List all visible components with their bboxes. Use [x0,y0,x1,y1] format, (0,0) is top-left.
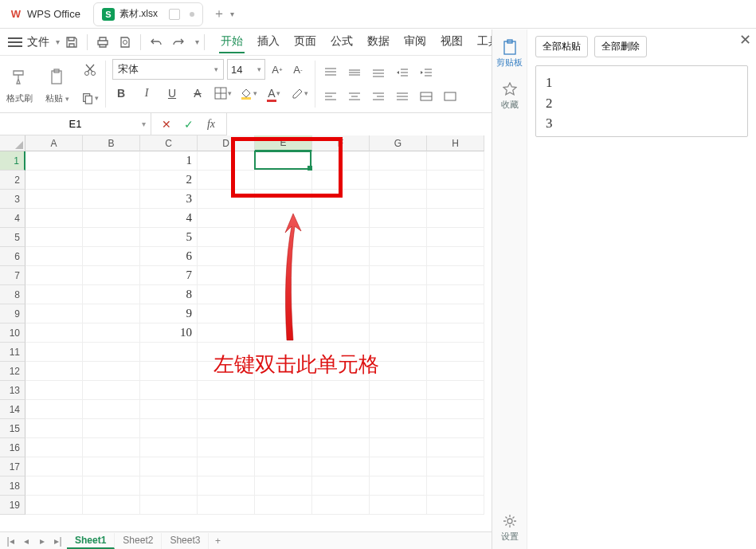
document-tab[interactable]: S 素材.xlsx [93,2,203,26]
file-menu-chevron-icon[interactable]: ▾ [56,37,60,46]
cell[interactable] [83,496,140,515]
cell[interactable] [312,285,370,304]
cancel-formula-button[interactable]: ✕ [158,116,175,133]
cell[interactable] [427,419,484,438]
name-box-input[interactable] [0,118,151,130]
clipboard-nav-settings[interactable]: 设置 [492,508,527,549]
cell[interactable] [198,304,255,324]
cell[interactable] [427,190,484,209]
cell[interactable] [255,324,312,343]
cell[interactable] [198,247,255,266]
row-header[interactable]: 9 [0,304,25,324]
align-left-button[interactable] [322,88,339,105]
cell[interactable] [427,343,484,362]
cell[interactable] [427,151,484,171]
cell[interactable] [25,324,83,343]
cell[interactable] [255,381,312,400]
cell[interactable] [312,247,370,266]
cell[interactable] [312,190,370,209]
cell[interactable] [198,476,255,496]
cell[interactable] [25,285,83,304]
cell[interactable] [312,324,370,343]
clear-format-button[interactable]: ▾ [291,84,308,102]
cell[interactable] [140,400,198,419]
cell[interactable] [198,285,255,304]
cell[interactable] [370,171,427,190]
cell[interactable]: 8 [140,285,198,304]
row-header[interactable]: 3 [0,190,25,209]
cell[interactable] [83,151,140,171]
cell[interactable] [370,228,427,247]
align-top-button[interactable] [322,64,339,81]
row-header[interactable]: 7 [0,266,25,285]
cell[interactable] [83,304,140,324]
cell[interactable] [198,209,255,228]
cell[interactable] [427,228,484,247]
close-panel-button[interactable]: ✕ [739,31,751,49]
print-preview-button[interactable] [115,32,135,53]
cell[interactable] [198,171,255,190]
cell[interactable] [83,228,140,247]
row-header[interactable]: 16 [0,438,25,457]
cell[interactable] [25,496,83,515]
cell[interactable] [370,324,427,343]
cell[interactable] [255,304,312,324]
cell[interactable]: 3 [140,190,198,209]
cell[interactable]: 7 [140,266,198,285]
cell[interactable] [370,247,427,266]
cell[interactable] [255,438,312,457]
cell[interactable] [198,438,255,457]
sheet-prev-button[interactable]: ◂ [19,534,33,548]
cell[interactable] [427,324,484,343]
row-header[interactable]: 10 [0,324,25,343]
cell[interactable] [83,285,140,304]
cell[interactable] [140,496,198,515]
cell[interactable] [312,266,370,285]
row-header[interactable]: 18 [0,476,25,496]
cell[interactable] [255,228,312,247]
sheet-tab[interactable]: Sheet1 [67,533,115,549]
menu-插入[interactable]: 插入 [256,31,281,53]
cell[interactable] [427,266,484,285]
menu-数据[interactable]: 数据 [366,31,391,53]
cell[interactable] [83,209,140,228]
row-header[interactable]: 5 [0,228,25,247]
row-header[interactable]: 8 [0,285,25,304]
cell[interactable] [312,304,370,324]
column-header[interactable]: B [83,135,140,151]
sheet-next-button[interactable]: ▸ [35,534,49,548]
menu-视图[interactable]: 视图 [439,31,464,53]
row-header[interactable]: 4 [0,209,25,228]
cell[interactable] [198,419,255,438]
strikethrough-button[interactable]: A [189,84,206,102]
cell[interactable] [25,362,83,381]
clipboard-nav-favorite[interactable]: 收藏 [492,76,527,116]
font-color-button[interactable]: A▾ [265,84,283,102]
paste-label[interactable]: 粘贴▾ [45,92,69,104]
cell[interactable] [83,190,140,209]
row-header[interactable]: 15 [0,419,25,438]
cell[interactable] [427,171,484,190]
cell[interactable] [255,419,312,438]
increase-indent-button[interactable] [417,64,435,81]
cell[interactable] [370,400,427,419]
font-name-select[interactable]: 宋体▾ [112,59,224,80]
cell[interactable] [83,171,140,190]
cell[interactable] [140,362,198,381]
menu-开始[interactable]: 开始 [219,31,245,53]
column-header[interactable]: E [255,135,312,151]
file-menu[interactable]: 文件 [27,35,49,49]
cell[interactable] [312,209,370,228]
cell[interactable] [370,476,427,496]
cell[interactable] [312,438,370,457]
cell[interactable] [140,476,198,496]
cell[interactable] [312,151,370,171]
cell[interactable] [255,285,312,304]
cell[interactable]: 9 [140,304,198,324]
cell[interactable]: 10 [140,324,198,343]
cell[interactable] [25,438,83,457]
cell[interactable] [140,457,198,476]
cell[interactable] [312,228,370,247]
cell[interactable] [427,381,484,400]
align-bottom-button[interactable] [370,64,387,81]
